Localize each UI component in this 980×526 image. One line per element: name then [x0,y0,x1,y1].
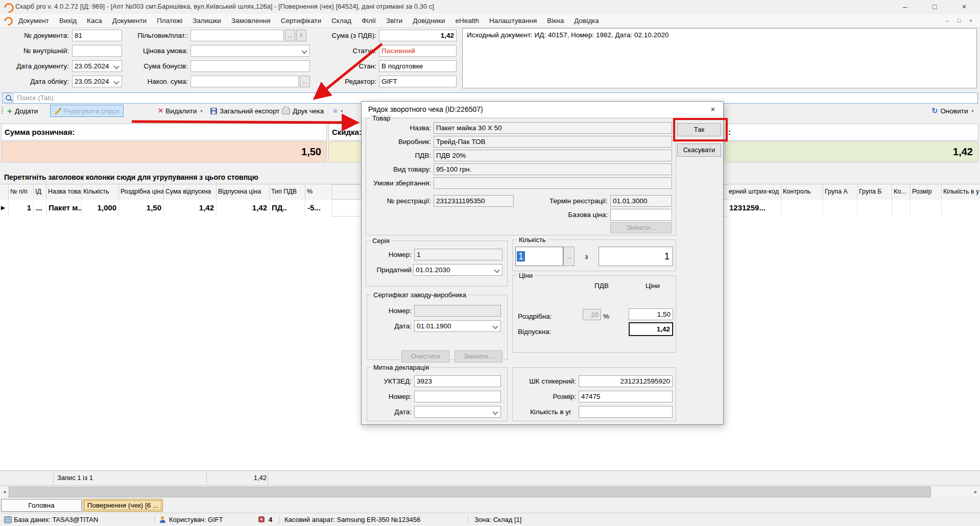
mdi-close-button[interactable]: × [966,16,976,25]
table-cell[interactable]: 1,50 [119,200,164,217]
scroll-left-icon[interactable]: ◄ [0,487,9,497]
customs-number-field[interactable] [414,391,501,402]
table-cell[interactable]: -5... [305,200,332,217]
horizontal-scrollbar[interactable]: ◄ ► [0,487,980,497]
customs-date-field[interactable] [414,406,501,418]
beneficiary-lookup-button[interactable]: ... [285,30,295,41]
beneficiary-clear-button[interactable]: X [296,30,306,41]
table-cell[interactable]: 1231259... [727,200,781,217]
table-cell[interactable]: 1 [9,200,34,217]
series-valid-field[interactable]: 01.01.2030 [413,264,503,276]
menu-item[interactable]: Склад [326,17,356,25]
size-field[interactable]: 47475 [579,391,673,402]
accum-sum-lookup-button[interactable]: ... [300,76,310,87]
user-icon [159,516,166,523]
toolbar-grip[interactable] [2,107,3,115]
export-button[interactable]: Загальний експорт [210,105,280,117]
table-cell[interactable]: 1,42 [217,200,270,217]
table-cell[interactable]: ... [34,200,46,217]
menu-item[interactable]: Сертифікати [276,17,326,25]
certificate-number-label: Номер: [369,305,412,317]
menu-item[interactable]: Документи [107,17,152,25]
mdi-restore-button[interactable]: □ [954,16,964,25]
internal-no-field[interactable] [72,45,122,57]
column-header[interactable]: Назва товару [46,184,82,200]
menu-item[interactable]: Вихід [54,17,82,25]
table-cell[interactable]: Пакет м... [46,200,82,217]
pack-quantity-field[interactable] [579,406,673,418]
add-row-button[interactable]: + Додати [7,105,38,117]
column-header[interactable]: № п/п [9,184,34,200]
accum-sum-field[interactable] [190,76,299,87]
sticker-barcode-field[interactable]: 2312312595920 [579,375,673,387]
column-header[interactable]: Група А [823,184,857,200]
minimize-button[interactable]: – [895,1,915,13]
doc-no-field[interactable]: 81 [72,30,122,41]
print-check-button[interactable]: Друк чека [282,105,324,117]
column-header[interactable]: % [305,184,332,200]
table-cell[interactable]: ПД.. [270,200,305,217]
release-price-field[interactable]: 1,42 [629,322,673,336]
menu-item[interactable]: Каса [82,17,107,25]
mdi-minimize-button[interactable]: – [942,16,952,25]
menu-item[interactable]: Залишки [187,17,226,25]
table-cell[interactable] [857,200,892,217]
scroll-right-icon[interactable]: ► [971,487,980,497]
list-options-button[interactable]: ≡ ▾ [333,105,343,117]
retail-price-field[interactable]: 1,50 [629,308,673,320]
delete-row-button[interactable]: × Видалити ▾ [158,105,202,117]
close-button[interactable]: × [954,1,974,13]
menu-item[interactable]: Платежі [152,17,187,25]
dialog-close-icon[interactable]: × [703,102,723,117]
column-header[interactable]: Кількість [82,184,119,200]
clear-certificate-button[interactable]: Очистити [401,350,449,363]
menu-item[interactable]: Замовлення [226,17,276,25]
change-certificate-button[interactable]: Змінити... [455,350,503,363]
maximize-button[interactable]: □ [925,1,944,13]
menu-item[interactable]: Довідники [408,17,450,25]
edit-row-button[interactable]: Редагувати рядок [50,105,124,117]
column-header[interactable]: Відпускна ціна [217,184,270,200]
doc-date-field[interactable]: 23.05.2024 [72,60,122,72]
column-header[interactable]: ерний штрих-код [727,184,781,200]
tab-return-check[interactable]: Повернення (чек) [6 ... [83,499,163,512]
table-cell[interactable] [892,200,911,217]
table-cell[interactable] [823,200,857,217]
refresh-button[interactable]: ↻ Оновити ▾ [931,105,974,117]
acc-date-field[interactable]: 23.05.2024 [72,76,122,87]
cancel-button[interactable]: Скасувати [677,144,721,157]
uktzed-field[interactable]: 3923 [414,375,501,387]
base-price-field[interactable] [610,209,672,221]
column-header[interactable]: Група Б [857,184,892,200]
quantity-input[interactable]: 1 [515,247,563,266]
table-cell[interactable] [911,200,942,217]
column-header[interactable]: Роздрібна ціна [119,184,164,200]
beneficiary-field[interactable] [190,30,284,41]
column-header[interactable]: Тип ПДВ [270,184,305,200]
column-header[interactable]: Сума відпускна [164,184,217,200]
scrollbar-thumb[interactable] [9,487,931,497]
bonus-sum-field[interactable] [190,60,310,72]
column-header[interactable]: ІД [34,184,46,200]
change-base-price-button[interactable]: Змінити... [610,222,672,233]
quantity-lookup-button[interactable]: ... [563,247,575,266]
menu-item[interactable]: Звіти [381,17,408,25]
menu-item[interactable]: eHealth [450,17,484,25]
table-cell[interactable]: 1,42 [164,200,217,217]
table-cell[interactable]: 1,000 [82,200,119,217]
menu-item[interactable]: Вікна [542,17,569,25]
tab-home[interactable]: Головна [1,499,82,512]
column-header[interactable]: Кількість в у [942,184,980,200]
price-condition-select[interactable] [190,45,310,57]
table-cell[interactable] [781,200,823,217]
menu-item[interactable]: Довідка [569,17,604,25]
menu-item[interactable]: Налаштування [484,17,542,25]
column-header[interactable]: Ко... [892,184,911,200]
column-header[interactable]: Контроль [781,184,823,200]
certificate-date-field[interactable]: 01.01.1900 [414,320,501,332]
column-header[interactable]: Розмір [911,184,942,200]
table-cell[interactable] [942,200,980,217]
menu-item[interactable]: Філії [356,17,381,25]
menu-item[interactable]: Документ [13,17,54,25]
chevron-down-icon [113,79,119,84]
